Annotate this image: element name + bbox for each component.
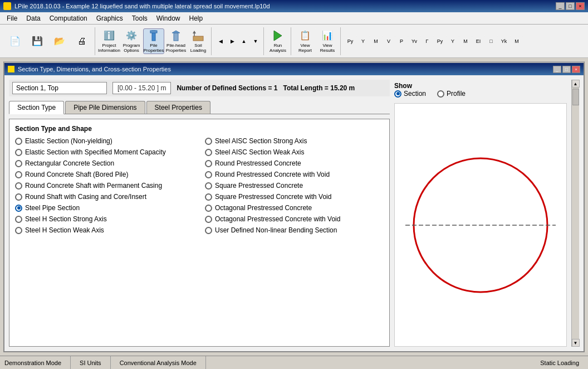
tab-section-type[interactable]: Section Type	[9, 101, 64, 114]
arrow-up-button[interactable]: ▲	[238, 35, 249, 47]
open-button[interactable]: 📂	[49, 28, 70, 54]
scroll-up-arrow[interactable]: ▲	[572, 80, 580, 88]
project-info-label: ProjectInformation	[98, 43, 120, 54]
tab-pipe-pile[interactable]: Pipe Pile Dimensions	[65, 101, 145, 114]
menu-computation[interactable]: Computation	[45, 13, 92, 23]
menu-tools[interactable]: Tools	[128, 13, 152, 23]
radio-round-bored[interactable]: Round Concrete Shaft (Bored Pile)	[15, 171, 194, 178]
save-icon: 💾	[31, 35, 44, 48]
pile-properties-button[interactable]: PileProperties	[143, 28, 164, 54]
show-section-option[interactable]: Section	[394, 90, 426, 98]
show-profile-radio[interactable]	[437, 90, 444, 98]
radio-octagonal-prestressed[interactable]: Octagonal Prestressed Concrete	[205, 204, 384, 212]
project-info-button[interactable]: ℹ️ ProjectInformation	[99, 28, 120, 54]
run-analysis-button[interactable]: RunAnalysis	[267, 28, 288, 54]
arrow-left-button[interactable]: ◀	[215, 35, 226, 47]
radio-round-bored-btn[interactable]	[15, 171, 22, 178]
inner-minimize-button[interactable]: _	[553, 66, 561, 73]
extra-btn-13[interactable]: Yk	[498, 35, 510, 47]
close-button[interactable]: ×	[576, 2, 585, 10]
radio-user-defined-btn[interactable]	[205, 227, 212, 234]
program-options-button[interactable]: ⚙️ ProgramOptions	[121, 28, 142, 54]
radio-steel-h-weak-btn[interactable]	[15, 227, 22, 234]
radio-octagonal-prestressed-void-btn[interactable]	[205, 216, 212, 223]
radio-square-prestressed-void-btn[interactable]	[205, 193, 212, 201]
inner-window-controls[interactable]: _ □ ×	[553, 66, 580, 73]
radio-steel-aisc-weak-btn[interactable]	[205, 149, 212, 156]
menu-file[interactable]: File	[2, 13, 22, 23]
view-report-button[interactable]: 📋 ViewReport	[295, 28, 316, 54]
status-bar: Demonstration Mode SI Units Conventional…	[0, 356, 588, 369]
soil-icon	[192, 29, 205, 42]
radio-steel-h-strong[interactable]: Steel H Section Strong Axis	[15, 215, 194, 223]
radio-elastic-moment[interactable]: Elastic Section with Specified Moment Ca…	[15, 148, 194, 156]
radio-round-prestressed[interactable]: Round Prestressed Concrete	[205, 159, 384, 167]
arrow-right-button[interactable]: ▶	[227, 35, 238, 47]
tab-steel-properties[interactable]: Steel Properties	[146, 101, 210, 114]
radio-steel-h-weak[interactable]: Steel H Section Weak Axis	[15, 226, 194, 234]
menu-help[interactable]: Help	[184, 13, 207, 23]
arrow-down-button[interactable]: ▼	[250, 35, 261, 47]
menu-graphics[interactable]: Graphics	[92, 13, 128, 23]
radio-steel-aisc-strong-btn[interactable]	[205, 138, 212, 145]
radio-rectangular-concrete-btn[interactable]	[15, 160, 22, 167]
extra-btn-3[interactable]: M	[370, 35, 382, 47]
menu-window[interactable]: Window	[152, 13, 185, 23]
inner-close-button[interactable]: ×	[572, 66, 580, 73]
radio-round-prestressed-void[interactable]: Round Prestressed Concrete with Void	[205, 171, 384, 178]
radio-elastic-non-yielding[interactable]: Elastic Section (Non-yielding)	[15, 137, 194, 145]
radio-square-prestressed-void[interactable]: Square Prestressed Concrete with Void	[205, 193, 384, 201]
inner-restore-button[interactable]: □	[562, 66, 571, 73]
left-panel: Section 1, Top [0.00 - 15.20 ] m Number …	[9, 80, 390, 347]
radio-steel-pipe[interactable]: Steel Pipe Section	[15, 204, 194, 212]
window-controls[interactable]: _ □ ×	[556, 2, 585, 10]
radio-steel-aisc-weak[interactable]: Steel AISC Section Weak Axis	[205, 148, 384, 156]
view-results-button[interactable]: 📊 ViewResults	[317, 28, 338, 54]
radio-round-core[interactable]: Round Shaft with Casing and Core/Insert	[15, 193, 194, 201]
radio-octagonal-prestressed-void[interactable]: Octagonal Prestressed Concrete with Void	[205, 215, 384, 223]
radio-elastic-non-yielding-btn[interactable]	[15, 138, 22, 145]
extra-btn-8[interactable]: Py	[434, 35, 446, 47]
radio-octagonal-prestressed-btn[interactable]	[205, 205, 212, 212]
extra-btn-9[interactable]: Y	[447, 35, 459, 47]
show-profile-option[interactable]: Profile	[437, 90, 465, 98]
extra-btn-6[interactable]: Yv	[408, 35, 420, 47]
radio-steel-h-strong-btn[interactable]	[15, 216, 22, 223]
radio-round-core-btn[interactable]	[15, 193, 22, 201]
extra-btn-7[interactable]: Γ	[421, 35, 433, 47]
scroll-down-arrow[interactable]: ▼	[572, 339, 580, 347]
scrollbar-v[interactable]: ▲ ▼	[571, 80, 579, 347]
extra-btn-2[interactable]: Y	[357, 35, 369, 47]
soil-loading-button[interactable]: SoilLoading	[188, 28, 209, 54]
radio-steel-aisc-strong[interactable]: Steel AISC Section Strong Axis	[205, 137, 384, 145]
show-section-radio[interactable]	[394, 90, 401, 98]
minimize-button[interactable]: _	[556, 2, 565, 10]
scroll-thumb[interactable]	[572, 89, 579, 105]
radio-square-prestressed[interactable]: Square Prestressed Concrete	[205, 182, 384, 190]
extra-btn-11[interactable]: EI	[472, 35, 484, 47]
print-button[interactable]: 🖨	[71, 28, 92, 54]
extra-btn-1[interactable]: Py	[344, 35, 356, 47]
save-button[interactable]: 💾	[27, 28, 48, 54]
section-dropdown[interactable]: Section 1, Top	[12, 82, 107, 94]
radio-user-defined[interactable]: User Defined Non-linear Bending Section	[205, 226, 384, 234]
maximize-button[interactable]: □	[566, 2, 575, 10]
radio-round-prestressed-btn[interactable]	[205, 160, 212, 167]
svg-rect-2	[174, 33, 178, 41]
radio-round-prestressed-void-btn[interactable]	[205, 171, 212, 178]
radio-round-permanent-btn[interactable]	[15, 182, 22, 190]
radio-elastic-moment-btn[interactable]	[15, 149, 22, 156]
radio-square-prestressed-btn[interactable]	[205, 182, 212, 190]
extra-btn-10[interactable]: M	[459, 35, 472, 47]
radio-round-core-label: Round Shaft with Casing and Core/Insert	[25, 193, 146, 201]
menu-data[interactable]: Data	[22, 13, 45, 23]
extra-btn-14[interactable]: M	[511, 35, 523, 47]
extra-btn-4[interactable]: V	[383, 35, 395, 47]
radio-rectangular-concrete[interactable]: Rectangular Concrete Section	[15, 159, 194, 167]
extra-btn-12[interactable]: □	[485, 35, 497, 47]
radio-round-permanent[interactable]: Round Concrete Shaft with Permanent Casi…	[15, 182, 194, 190]
new-file-button[interactable]: 📄	[4, 28, 26, 54]
extra-btn-5[interactable]: P	[395, 35, 408, 47]
pile-head-button[interactable]: Pile-headProperties	[165, 28, 187, 54]
radio-steel-pipe-btn[interactable]	[15, 205, 22, 212]
